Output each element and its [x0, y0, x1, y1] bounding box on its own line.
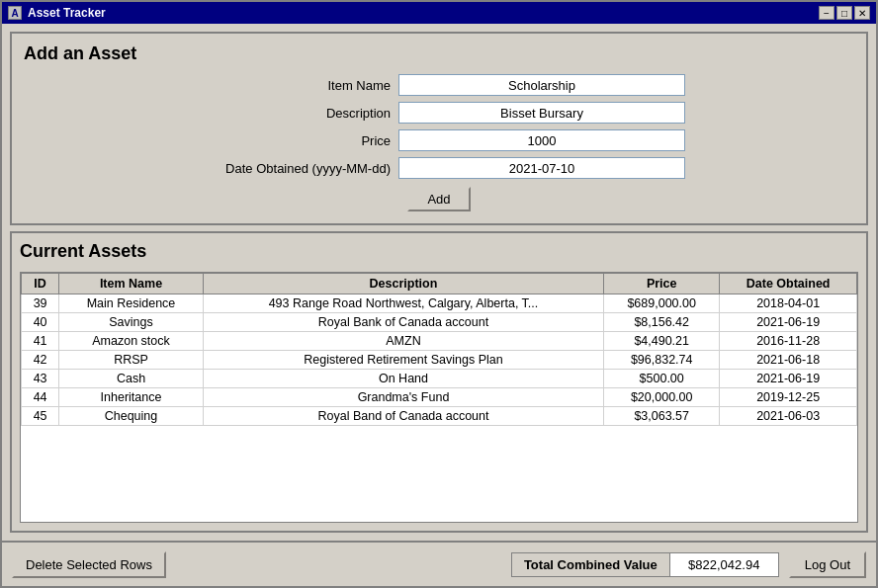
table-row[interactable]: 43 Cash On Hand $500.00 2021-06-19 — [22, 370, 857, 388]
price-input[interactable] — [398, 129, 685, 151]
cell-description: 493 Range Road Northwest, Calgary, Alber… — [203, 294, 603, 313]
description-label: Description — [193, 106, 391, 121]
cell-description: Registered Retirement Savings Plan — [203, 351, 603, 370]
cell-name: Inheritance — [59, 388, 204, 407]
add-asset-section: Add an Asset Item Name Description Price… — [10, 32, 868, 225]
table-row[interactable]: 40 Savings Royal Bank of Canada account … — [22, 313, 857, 332]
logout-button[interactable]: Log Out — [789, 551, 866, 578]
col-item-name: Item Name — [59, 274, 204, 294]
description-input[interactable] — [398, 102, 685, 124]
cell-price: $8,156.42 — [604, 313, 720, 332]
item-name-row: Item Name — [24, 74, 854, 96]
cell-price: $20,000.00 — [604, 388, 720, 407]
cell-description: Royal Band of Canada account — [203, 407, 603, 426]
price-row: Price — [24, 129, 854, 151]
col-date-obtained: Date Obtained — [720, 274, 857, 294]
cell-name: Chequing — [59, 407, 204, 426]
bottom-bar: Delete Selected Rows Total Combined Valu… — [2, 541, 876, 586]
table-row[interactable]: 41 Amazon stock AMZN $4,490.21 2016-11-2… — [22, 332, 857, 351]
cell-price: $500.00 — [604, 370, 720, 388]
header-row: ID Item Name Description Price Date Obta… — [22, 274, 857, 294]
add-button[interactable]: Add — [407, 187, 470, 211]
add-btn-row: Add — [24, 187, 854, 211]
table-row[interactable]: 39 Main Residence 493 Range Road Northwe… — [22, 294, 857, 313]
total-bar: Total Combined Value $822,042.94 — [511, 552, 779, 577]
item-name-input[interactable] — [398, 74, 685, 96]
cell-id: 40 — [22, 313, 59, 332]
delete-selected-button[interactable]: Delete Selected Rows — [12, 551, 166, 578]
cell-name: Cash — [59, 370, 204, 388]
date-obtained-row: Date Obtained (yyyy-MM-dd) — [24, 157, 854, 179]
cell-date: 2018-04-01 — [720, 294, 857, 313]
col-price: Price — [604, 274, 720, 294]
cell-id: 43 — [22, 370, 59, 388]
col-id: ID — [22, 274, 59, 294]
close-button[interactable]: ✕ — [854, 6, 870, 20]
col-description: Description — [203, 274, 603, 294]
window-content: Add an Asset Item Name Description Price… — [2, 24, 876, 541]
cell-name: RRSP — [59, 351, 204, 370]
cell-description: Royal Bank of Canada account — [203, 313, 603, 332]
assets-table: ID Item Name Description Price Date Obta… — [21, 273, 857, 426]
cell-date: 2016-11-28 — [720, 332, 857, 351]
title-bar-buttons: − □ ✕ — [819, 6, 870, 20]
cell-date: 2021-06-03 — [720, 407, 857, 426]
cell-date: 2021-06-18 — [720, 351, 857, 370]
cell-id: 39 — [22, 294, 59, 313]
table-row[interactable]: 45 Chequing Royal Band of Canada account… — [22, 407, 857, 426]
cell-id: 44 — [22, 388, 59, 407]
cell-price: $689,000.00 — [604, 294, 720, 313]
date-obtained-input[interactable] — [398, 157, 685, 179]
cell-id: 41 — [22, 332, 59, 351]
cell-id: 45 — [22, 407, 59, 426]
cell-description: On Hand — [203, 370, 603, 388]
bottom-left: Delete Selected Rows — [12, 551, 166, 578]
maximize-button[interactable]: □ — [836, 6, 852, 20]
description-row: Description — [24, 102, 854, 124]
cell-name: Main Residence — [59, 294, 204, 313]
cell-name: Amazon stock — [59, 332, 204, 351]
cell-date: 2021-06-19 — [720, 370, 857, 388]
table-row[interactable]: 44 Inheritance Grandma's Fund $20,000.00… — [22, 388, 857, 407]
assets-table-container[interactable]: ID Item Name Description Price Date Obta… — [20, 272, 858, 523]
cell-id: 42 — [22, 351, 59, 370]
cell-description: Grandma's Fund — [203, 388, 603, 407]
title-bar: A Asset Tracker − □ ✕ — [2, 2, 876, 24]
add-asset-form: Item Name Description Price Date Obtaine… — [24, 74, 854, 179]
minimize-button[interactable]: − — [819, 6, 834, 20]
item-name-label: Item Name — [193, 78, 391, 93]
date-obtained-label: Date Obtained (yyyy-MM-dd) — [193, 161, 391, 176]
cell-price: $4,490.21 — [604, 332, 720, 351]
table-row[interactable]: 42 RRSP Registered Retirement Savings Pl… — [22, 351, 857, 370]
total-combined-label: Total Combined Value — [511, 552, 670, 577]
cell-name: Savings — [59, 313, 204, 332]
price-label: Price — [193, 133, 391, 148]
cell-date: 2019-12-25 — [720, 388, 857, 407]
app-icon: A — [8, 6, 22, 20]
current-assets-section: Current Assets ID Item Name Description … — [10, 231, 868, 533]
add-asset-title: Add an Asset — [24, 43, 854, 64]
cell-date: 2021-06-19 — [720, 313, 857, 332]
current-assets-title: Current Assets — [20, 241, 858, 262]
table-body: 39 Main Residence 493 Range Road Northwe… — [22, 294, 857, 426]
title-bar-left: A Asset Tracker — [8, 6, 106, 20]
total-combined-value: $822,042.94 — [670, 552, 779, 577]
table-header: ID Item Name Description Price Date Obta… — [22, 274, 857, 294]
cell-description: AMZN — [203, 332, 603, 351]
window-title: Asset Tracker — [28, 6, 106, 20]
main-window: A Asset Tracker − □ ✕ Add an Asset Item … — [0, 0, 878, 588]
cell-price: $96,832.74 — [604, 351, 720, 370]
cell-price: $3,063.57 — [604, 407, 720, 426]
